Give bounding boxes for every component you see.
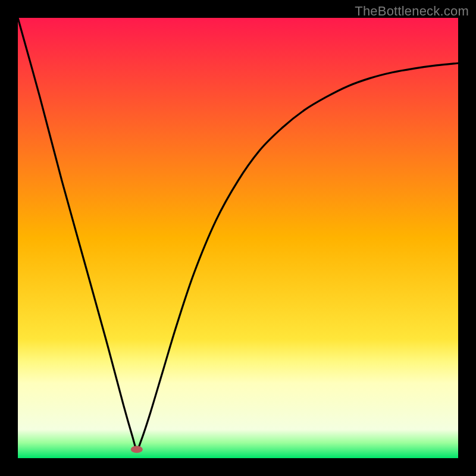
bottleneck-plot xyxy=(18,18,458,458)
chart-frame: TheBottleneck.com xyxy=(0,0,476,476)
attribution-label: TheBottleneck.com xyxy=(355,4,469,19)
minimum-marker xyxy=(131,446,143,453)
plot-background xyxy=(18,18,458,458)
